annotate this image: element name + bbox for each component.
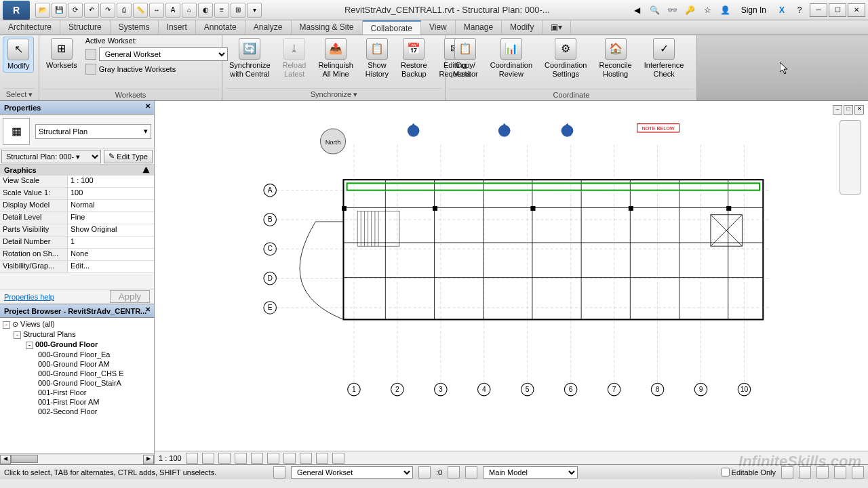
qat-open-icon[interactable]: 📂 (35, 3, 50, 18)
tree-root[interactable]: -⊙ Views (all) (1, 319, 153, 329)
edit-type-button[interactable]: ✎Edit Type (104, 150, 153, 163)
user-icon[interactable]: 👤 (718, 3, 733, 18)
maximize-button[interactable]: ☐ (829, 3, 846, 17)
tree-view[interactable]: 000-Ground Floor_CHS E (1, 369, 153, 378)
shadows-icon[interactable] (235, 453, 247, 464)
status-model-dropdown[interactable]: Main Model (483, 466, 578, 479)
tree-view[interactable]: 001-First Floor (1, 388, 153, 397)
prop-val[interactable]: 1 (68, 237, 154, 248)
tab-systems[interactable]: Systems (111, 20, 159, 35)
tree-group[interactable]: -Structural Plans (1, 329, 153, 340)
coord-review-button[interactable]: 📊Coordination Review (486, 37, 536, 80)
sync-panel-label[interactable]: Synchronize ▾ (225, 88, 443, 100)
sun-path-icon[interactable] (218, 453, 231, 464)
app-logo[interactable]: R (3, 1, 30, 20)
qat-undo-icon[interactable]: ↶ (84, 3, 99, 18)
visual-style-icon[interactable] (202, 453, 214, 464)
tab-view[interactable]: View (421, 20, 456, 35)
rendering-icon[interactable] (251, 453, 263, 464)
tree-view[interactable]: 001-First Floor AM (1, 397, 153, 407)
status-workset-dropdown[interactable]: General Workset (291, 466, 413, 479)
expander-icon[interactable]: - (14, 331, 21, 339)
tab-structure[interactable]: Structure (60, 20, 111, 35)
detail-level-icon[interactable] (186, 453, 198, 464)
worksets-button[interactable]: ⊞ Worksets (42, 37, 81, 71)
scroll-left-icon[interactable]: ◀ (0, 455, 11, 464)
temp-hide-icon[interactable] (316, 453, 328, 464)
relinquish-button[interactable]: 📤Relinquish All Mine (314, 37, 357, 80)
tab-manage[interactable]: Manage (456, 20, 502, 35)
tab-collaborate[interactable]: Collaborate (363, 20, 421, 35)
tree-view[interactable]: 000-Ground Floor_Ea (1, 350, 153, 359)
crop-icon[interactable] (267, 453, 279, 464)
apply-button[interactable]: Apply (110, 290, 150, 303)
scroll-right-icon[interactable]: ▶ (143, 455, 154, 464)
coord-settings-button[interactable]: ⚙Coordination Settings (540, 37, 591, 80)
help-icon[interactable]: ? (792, 3, 807, 18)
qat-3d-icon[interactable]: ⌂ (182, 3, 197, 18)
view-maximize-icon[interactable]: □ (844, 105, 853, 115)
sync-central-button[interactable]: 🔄Synchronize with Central (225, 37, 275, 80)
copy-monitor-button[interactable]: 📋Copy/ Monitor (449, 37, 482, 80)
view-minimize-icon[interactable]: – (833, 105, 842, 115)
type-selector-dropdown[interactable]: Structural Plan▾ (35, 124, 151, 139)
select-panel-label[interactable]: Select ▾ (3, 88, 36, 100)
props-group-graphics[interactable]: Graphics⯅ (0, 165, 154, 176)
tab-annotate[interactable]: Annotate (196, 20, 245, 35)
nav-back-icon[interactable]: ◀ (630, 3, 645, 18)
restore-backup-button[interactable]: 📅Restore Backup (397, 37, 431, 80)
status-editable-icon[interactable] (418, 466, 431, 479)
status-workset-icon[interactable] (273, 466, 285, 479)
qat-close-icon[interactable]: ⊞ (231, 3, 245, 18)
properties-help-link[interactable]: Properties help (4, 293, 54, 301)
qat-measure-icon[interactable]: 📏 (133, 3, 148, 18)
tab-modify[interactable]: Modify (502, 20, 542, 35)
crop-region-icon[interactable] (283, 453, 296, 464)
gray-inactive-button[interactable]: Gray Inactive Worksets (99, 65, 176, 73)
qat-save-icon[interactable]: 💾 (52, 3, 66, 18)
properties-close-icon[interactable]: ✕ (143, 102, 153, 112)
tab-analyze[interactable]: Analyze (245, 20, 292, 35)
status-design-icon[interactable] (465, 466, 477, 479)
close-button[interactable]: ✕ (848, 3, 865, 17)
qat-switch-icon[interactable]: ▾ (247, 3, 262, 18)
tree-view-active[interactable]: -000-Ground Floor (1, 340, 153, 350)
search-icon[interactable]: 🔍 (648, 3, 663, 18)
modify-button[interactable]: ↖ Modify (3, 37, 34, 73)
scroll-thumb[interactable] (11, 455, 38, 463)
qat-sync-icon[interactable]: ⟳ (68, 3, 83, 18)
show-history-button[interactable]: 📋Show History (361, 37, 393, 80)
qat-print-icon[interactable]: ⎙ (117, 3, 132, 18)
prop-val[interactable]: Fine (68, 212, 154, 224)
prop-val[interactable]: Normal (68, 200, 154, 211)
drawing-canvas[interactable]: ABCDE 12345678910 North NOTE BELOW (155, 101, 868, 451)
tab-massing[interactable]: Massing & Site (292, 20, 363, 35)
expander-icon[interactable]: - (26, 342, 33, 349)
expander-icon[interactable]: - (3, 321, 10, 329)
reveal-icon[interactable] (332, 453, 344, 464)
browser-close-icon[interactable]: ✕ (143, 306, 153, 315)
interference-button[interactable]: ✓Interference Check (640, 37, 688, 80)
tree-view[interactable]: 000-Ground Floor_StairA (1, 378, 153, 388)
tab-architecture[interactable]: Architecture (0, 20, 60, 35)
navigation-bar[interactable] (840, 120, 861, 195)
qat-section-icon[interactable]: ◐ (198, 3, 213, 18)
qat-text-icon[interactable]: A (165, 3, 180, 18)
tree-view[interactable]: 000-Ground Floor AM (1, 359, 153, 369)
prop-val[interactable]: Edit... (68, 261, 154, 272)
lock-icon[interactable] (300, 453, 312, 464)
scroll-track[interactable] (11, 455, 143, 464)
qat-thin-icon[interactable]: ≡ (214, 3, 229, 18)
tab-insert[interactable]: Insert (159, 20, 196, 35)
view-close-icon[interactable]: ✕ (854, 105, 864, 115)
tree-view[interactable]: 002-Second Floor (1, 407, 153, 416)
key-icon[interactable]: 🔑 (683, 3, 698, 18)
prop-val[interactable]: 1 : 100 (68, 176, 154, 187)
binoculars-icon[interactable]: 👓 (665, 3, 680, 18)
minimize-button[interactable]: ─ (810, 3, 827, 17)
instance-dropdown[interactable]: Structural Plan: 000- ▾ (1, 150, 101, 163)
tab-addins-icon[interactable]: ▣▾ (542, 20, 571, 35)
prop-val[interactable]: Show Original (68, 224, 154, 236)
prop-val[interactable]: None (68, 249, 154, 260)
qat-dim-icon[interactable]: ↔ (149, 3, 164, 18)
